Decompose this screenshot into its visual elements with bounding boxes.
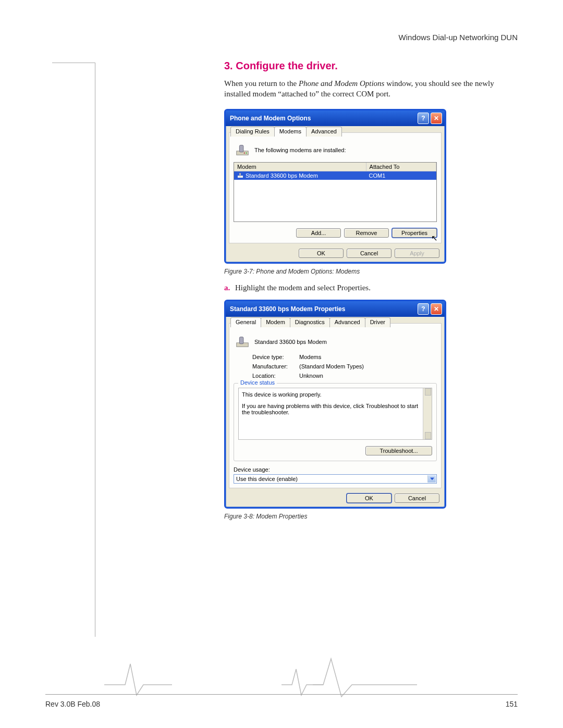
rule-horizontal xyxy=(52,63,95,63)
dialog2-device-name: Standard 33600 bps Modem xyxy=(254,339,327,345)
properties-button[interactable]: Properties xyxy=(392,228,437,238)
col-modem[interactable]: Modem xyxy=(234,163,366,171)
decorative-wave xyxy=(282,656,323,698)
scrollbar[interactable] xyxy=(423,388,432,439)
dialog2-title-text: Standard 33600 bps Modem Properties xyxy=(230,305,345,313)
tab-modem[interactable]: Modem xyxy=(261,317,290,327)
label-device-type: Device type: xyxy=(252,354,299,360)
dialog1-body: Dialing Rules Modems Advanced The follow… xyxy=(229,132,442,243)
apply-button[interactable]: Apply xyxy=(395,249,439,258)
chevron-down-icon xyxy=(430,477,434,480)
tab-modems[interactable]: Modems xyxy=(274,127,307,137)
dialog-phone-modem-options: Phone and Modem Options ? ✕ Dialing Rule… xyxy=(224,109,446,264)
modem-table-row-selected[interactable]: Standard 33600 bps Modem COM1 xyxy=(234,171,436,180)
svg-rect-5 xyxy=(239,173,241,176)
cursor-icon: ↖ xyxy=(431,233,438,243)
page-footer: Rev 3.0B Feb.08 151 xyxy=(45,694,518,708)
intro-pre: When you return to the xyxy=(224,79,299,88)
device-info-grid: Device type: Modems Manufacturer: (Stand… xyxy=(252,354,437,379)
svg-point-2 xyxy=(246,152,247,153)
device-usage-value: Use this device (enable) xyxy=(236,476,298,482)
page-header: Windows Dial-up Networking DUN xyxy=(399,33,518,42)
dialog1-title-text: Phone and Modem Options xyxy=(230,115,311,122)
status-line-2: If you are having problems with this dev… xyxy=(242,403,421,415)
tab-advanced[interactable]: Advanced xyxy=(306,127,342,137)
help-button[interactable]: ? xyxy=(418,303,429,315)
value-device-type: Modems xyxy=(299,354,437,360)
modem-icon xyxy=(235,142,250,158)
section-heading: 3. Configure the driver. xyxy=(224,60,518,72)
dialog2-tabs: General Modem Diagnostics Advanced Drive… xyxy=(230,317,390,327)
footer-page-number: 151 xyxy=(506,700,518,708)
close-button[interactable]: ✕ xyxy=(431,303,442,315)
intro-em: Phone and Modem Options xyxy=(299,79,385,88)
decorative-wave xyxy=(104,656,172,698)
tab-driver[interactable]: Driver xyxy=(365,317,390,327)
troubleshoot-row: Troubleshoot... xyxy=(238,444,432,456)
step-a-label: a. xyxy=(224,283,230,292)
tab-dialing-rules[interactable]: Dialing Rules xyxy=(230,127,275,137)
status-line-1: This device is working properly. xyxy=(242,391,421,398)
svg-rect-1 xyxy=(239,145,243,152)
dialog1-titlebar: Phone and Modem Options ? ✕ xyxy=(226,110,445,126)
device-usage-label: Device usage: xyxy=(234,466,437,473)
troubleshoot-button[interactable]: Troubleshoot... xyxy=(365,446,432,455)
svg-rect-7 xyxy=(239,337,243,343)
dialog2-name-row: Standard 33600 bps Modem xyxy=(235,334,437,350)
value-location: Unknown xyxy=(299,373,437,379)
dialog1-tabs: Dialing Rules Modems Advanced xyxy=(230,127,341,137)
step-a: a. Highlight the modem and select Proper… xyxy=(224,283,518,292)
figure-caption-3-8: Figure 3-8: Modem Properties xyxy=(224,513,518,520)
device-status-box: This device is working properly. If you … xyxy=(238,388,432,440)
remove-button[interactable]: Remove xyxy=(344,228,389,238)
close-button[interactable]: ✕ xyxy=(431,113,442,124)
modem-icon xyxy=(235,334,250,350)
add-button[interactable]: Add... xyxy=(296,228,341,238)
modem-table: Modem Attached To Standard 33600 bps Mod… xyxy=(234,162,437,222)
cancel-button[interactable]: Cancel xyxy=(395,493,439,503)
modem-table-header: Modem Attached To xyxy=(234,163,436,171)
tab-diagnostics[interactable]: Diagnostics xyxy=(290,317,330,327)
label-manufacturer: Manufacturer: xyxy=(252,363,299,369)
step-a-pre: Highlight the modem and select xyxy=(235,283,337,292)
ok-button[interactable]: OK xyxy=(299,249,344,258)
dialog1-mid-buttons: Add... Remove Properties ↖ xyxy=(234,226,437,239)
decorative-wave xyxy=(313,656,417,698)
dialog2-body: General Modem Diagnostics Advanced Drive… xyxy=(229,323,442,488)
modem-row-port: COM1 xyxy=(366,171,436,180)
svg-point-3 xyxy=(244,152,245,153)
dialog1-subtitle-row: The following modems are installed: xyxy=(235,142,437,158)
dialog1-subtitle: The following modems are installed: xyxy=(254,147,346,153)
tab-advanced2[interactable]: Advanced xyxy=(329,317,365,327)
ok-button[interactable]: OK xyxy=(347,493,391,503)
device-status-fieldset: Device status This device is working pro… xyxy=(234,383,437,461)
device-usage-dropdown[interactable]: Use this device (enable) xyxy=(234,474,437,484)
modem-row-icon xyxy=(237,172,243,179)
tab-general[interactable]: General xyxy=(230,317,261,327)
label-location: Location: xyxy=(252,373,299,379)
dialog1-bottom-buttons: OK Cancel Apply xyxy=(226,248,445,262)
cancel-button[interactable]: Cancel xyxy=(347,249,391,258)
rule-vertical xyxy=(95,63,95,637)
dialog2-titlebar: Standard 33600 bps Modem Properties ? ✕ xyxy=(226,301,445,317)
dialog2-bottom-buttons: OK Cancel xyxy=(226,492,445,507)
value-manufacturer: (Standard Modem Types) xyxy=(299,363,437,369)
dialog-modem-properties: Standard 33600 bps Modem Properties ? ✕ … xyxy=(224,300,446,509)
modem-row-name: Standard 33600 bps Modem xyxy=(246,172,318,179)
intro-paragraph: When you return to the Phone and Modem O… xyxy=(224,78,518,100)
step-a-em: Properties xyxy=(337,283,369,292)
step-a-post: . xyxy=(369,283,371,292)
footer-rev: Rev 3.0B Feb.08 xyxy=(45,700,100,708)
device-status-legend: Device status xyxy=(238,379,277,386)
help-button[interactable]: ? xyxy=(418,113,429,124)
figure-caption-3-7: Figure 3-7: Phone and Modem Options: Mod… xyxy=(224,268,518,275)
col-attached-to[interactable]: Attached To xyxy=(366,163,436,171)
